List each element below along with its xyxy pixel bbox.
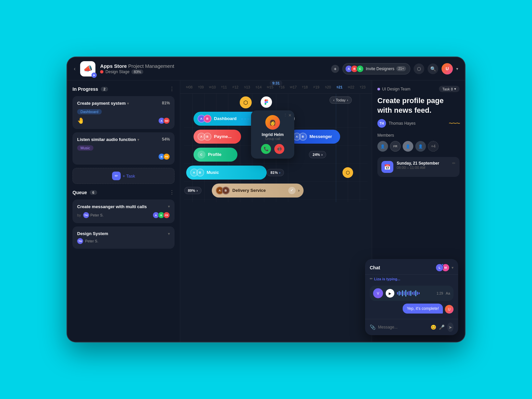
reject-call-button[interactable]: 📵 — [274, 144, 284, 154]
header-title-area: Apps Store Project Management Design Sta… — [100, 63, 327, 74]
member-avatar-1: 👤 — [377, 141, 388, 152]
figma-icon-marker — [261, 96, 272, 108]
current-time: 9:31 — [270, 80, 282, 86]
avatar: C — [198, 151, 205, 159]
task-footer-payment: 🤚 A SD — [77, 117, 170, 124]
invite-button[interactable]: A B C Invite Designers 21+ — [342, 63, 410, 74]
avatar: FR — [163, 153, 170, 160]
chat-input[interactable] — [378, 325, 428, 330]
more-icon[interactable]: ⋮ — [284, 113, 287, 117]
ds-expand[interactable]: ▾ — [168, 231, 170, 236]
search-icon-button[interactable]: 🔍 — [428, 64, 438, 74]
timeline-bar: 9:31 M08 T09 W10 T11 F12 S13 S14 M15 T16… — [180, 80, 372, 94]
ds-by-name: Peter S. — [85, 239, 98, 243]
schedule-info: Sunday, 21 September 08:00 – 11:00 AM — [397, 161, 439, 170]
chat-title: Chat — [370, 265, 380, 270]
add-task-button[interactable]: ✏ + Task — [72, 168, 175, 184]
by-name: Peter S. — [90, 213, 104, 217]
typing-indicator: ✏ Liza is typing... — [365, 275, 458, 283]
queue-card-title: Create messanger with multi calls — [77, 204, 147, 209]
pct-bubble-24: 24% › — [309, 151, 326, 158]
bar-label-payment: Payme... — [214, 134, 232, 139]
assigned-row: TH Thomas Hayes ~~~ — [377, 119, 460, 128]
bar-label-delivery: Delivery Service — [232, 188, 266, 193]
sketch-icon: ⬡ — [240, 96, 252, 108]
schedule-date: Sunday, 21 September — [397, 161, 439, 166]
member-add-button[interactable]: +4 — [428, 141, 439, 152]
sent-bubble: Yep, it's complete! — [403, 304, 443, 314]
bar-label-music: Music — [207, 170, 219, 175]
task-title-payment: Create payment system ▾ — [77, 101, 170, 106]
squiggle-icon: ~~~ — [449, 119, 460, 128]
ds-avatar: TH — [77, 238, 83, 244]
task-meta: UI Design Team Task 8 ▾ — [377, 86, 460, 92]
hand-icon: 🤚 — [77, 117, 84, 124]
gantt-row-music: A B Music 81% › ⬡ — [184, 164, 368, 182]
emoji-icon[interactable]: 😊 — [431, 325, 436, 330]
figma-icon — [261, 96, 272, 108]
schedule-time: 08:00 – 11:00 AM — [397, 166, 439, 170]
voice-sender-avatar: V — [373, 288, 383, 298]
close-icon[interactable]: ✕ — [288, 113, 292, 118]
header-actions: + A B C Invite Designers 21+ ⬡ 🔍 U ▾ — [331, 63, 458, 74]
task-tag-dashboard: Dashboard — [77, 109, 102, 114]
app-logo: 📣 ▶ — [80, 61, 95, 76]
chat-chevron-icon[interactable]: ▾ — [452, 265, 454, 270]
call-status: Group call — [256, 137, 290, 141]
member-avatar-fr: FR — [390, 141, 401, 152]
day-14: S14 — [253, 85, 265, 89]
stage-dot — [100, 70, 103, 73]
member-avatar-4: 👤 — [415, 141, 426, 152]
task-avatars-payment: A SD — [158, 117, 170, 124]
avatar: C — [356, 65, 364, 72]
in-progress-menu[interactable]: ⋮ — [169, 86, 175, 92]
task-footer-audio: B FR — [77, 153, 170, 160]
add-button[interactable]: + — [331, 65, 339, 73]
attachment-icon[interactable]: 📎 — [370, 325, 375, 330]
avatar: B — [196, 169, 204, 177]
play-badge: ▶ — [91, 72, 97, 78]
expand-icon[interactable]: ▾ — [168, 204, 170, 209]
bar-profile: C Profile — [194, 148, 237, 162]
member-avatars: A B C — [347, 65, 364, 72]
avatar: B — [222, 187, 230, 195]
user-avatar[interactable]: U — [442, 63, 453, 74]
waveform — [397, 290, 434, 297]
avatar: SD — [163, 117, 170, 124]
task-title-audio: Listen similar audio function ▾ — [77, 137, 170, 142]
queue-menu[interactable]: ⋮ — [169, 189, 175, 196]
task-card-payment: Create payment system ▾ 81% Dashboard 🤚 … — [72, 96, 175, 129]
voice-message: V ▶ 1:29 — [370, 286, 454, 301]
accept-call-button[interactable]: 📞 — [261, 144, 271, 154]
pct-bubble-89: 89% › — [184, 187, 201, 194]
design-system-card: Design System ▾ TH Peter S. — [72, 226, 175, 249]
today-button[interactable]: ‹ Today › — [330, 96, 352, 104]
queue-section-header: Queue 6 ⋮ — [72, 189, 175, 196]
send-button[interactable]: ➤ — [447, 323, 454, 332]
chat-header: Chat L M ▾ — [365, 259, 458, 275]
back-button[interactable]: ‹ — [74, 66, 75, 72]
device-frame: ‹ 📣 ▶ Apps Store Project Management Desi… — [66, 57, 466, 342]
bar-avatars-delivery: A B — [216, 187, 230, 195]
chevron-down-icon[interactable]: ▾ — [456, 66, 458, 71]
task-pct-payment: 81% — [162, 101, 170, 105]
app-header: ‹ 📣 ▶ Apps Store Project Management Desi… — [67, 57, 465, 80]
edit-schedule-icon[interactable]: ✏ — [452, 161, 456, 166]
queue-by-row: by TH Peter S. A B FR — [77, 212, 170, 218]
count-badge: 21+ — [396, 66, 406, 71]
cube-icon-button[interactable]: ⬡ — [414, 64, 424, 74]
day-21-today: S21 — [334, 85, 345, 89]
schedule-card: 📅 Sunday, 21 September 08:00 – 11:00 AM … — [377, 157, 460, 177]
bar-label-profile: Profile — [208, 152, 221, 157]
play-button[interactable]: ▶ — [386, 289, 394, 298]
task-badge: Task 8 ▾ — [439, 86, 460, 92]
bar-avatars-payment: A B — [198, 133, 211, 141]
in-progress-section-header: In Progress 2 ⋮ — [72, 86, 175, 92]
assigned-avatar: TH — [377, 119, 386, 128]
day-23: T23 — [357, 85, 368, 89]
chat-messages: V ▶ 1:29 — [365, 283, 458, 319]
mic-icon[interactable]: 🎤 — [439, 325, 445, 330]
queue-title: Queue 6 — [72, 190, 97, 195]
gantt-area: 9:31 M08 T09 W10 T11 F12 S13 S14 M15 T16… — [180, 80, 372, 342]
day-11: T11 — [218, 85, 230, 89]
